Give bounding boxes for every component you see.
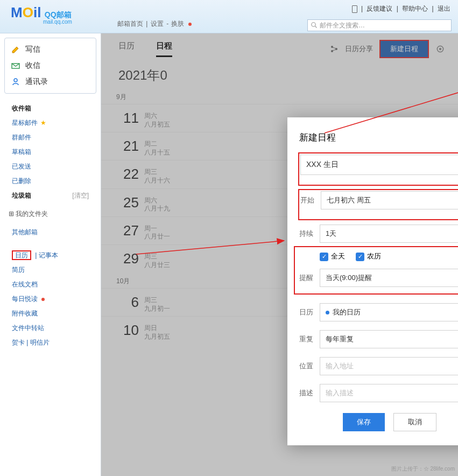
start-label: 开始 <box>300 195 321 205</box>
sidebar-calendar[interactable]: 日历 <box>12 250 31 260</box>
remind-select[interactable]: 当天(9:00)提醒▼ <box>320 269 458 287</box>
compose-button[interactable]: 写信 <box>5 41 96 58</box>
modal-title: 新建日程 <box>299 131 458 144</box>
repeat-label: 重复 <box>299 334 320 344</box>
sidebar-cards[interactable]: 贺卡 <box>12 339 25 346</box>
help-link[interactable]: 帮助中心 <box>402 5 428 12</box>
nav-skin[interactable]: 换肤 <box>171 20 184 27</box>
sidebar-calendar-row: 日历 | 记事本 <box>4 248 96 263</box>
logo-brand: QQ邮箱 <box>45 10 72 19</box>
search-icon <box>311 22 318 29</box>
contacts-button[interactable]: 通讯录 <box>5 74 96 90</box>
repeat-select[interactable]: 每年重复▼ <box>320 330 458 348</box>
sidebar-deleted[interactable]: 已删除 <box>4 174 96 188</box>
sidebar-resume[interactable]: 简历 <box>4 263 96 277</box>
receive-icon <box>11 61 20 70</box>
sidebar-group[interactable]: 群邮件 <box>4 130 96 145</box>
check-icon: ✓ <box>356 253 364 261</box>
search-input[interactable]: 邮件全文搜索… <box>307 19 452 31</box>
sidebar: 写信 收信 通讯录 收件箱 星标邮件 ★ 群邮件 草稿箱 已发送 已删除 垃圾箱… <box>0 33 101 476</box>
logout-link[interactable]: 退出 <box>438 5 450 12</box>
save-button[interactable]: 保存 <box>343 413 385 431</box>
search-placeholder: 邮件全文搜索… <box>320 21 365 30</box>
check-icon: ✓ <box>320 253 328 261</box>
feedback-link[interactable]: 反馈建议 <box>367 5 392 12</box>
logo-mail: MOil <box>11 4 41 20</box>
sidebar-sent[interactable]: 已发送 <box>4 159 96 174</box>
sidebar-othermail[interactable]: 其他邮箱 <box>4 225 96 240</box>
start-select[interactable]: 七月初六 周五▼ <box>321 191 458 209</box>
svg-point-3 <box>14 79 17 82</box>
desc-input[interactable]: 输入描述 <box>320 384 458 402</box>
logo-domain: mail.qq.com <box>43 19 72 25</box>
svg-point-0 <box>312 23 316 27</box>
clear-trash[interactable]: [清空] <box>72 191 89 200</box>
contacts-icon <box>11 78 20 86</box>
event-title-input[interactable]: XXX 生日 <box>300 155 458 175</box>
lunar-checkbox[interactable]: ✓农历 <box>356 251 381 261</box>
sidebar-notebook[interactable]: 记事本 <box>39 251 58 259</box>
sidebar-postcard[interactable]: 明信片 <box>30 339 50 346</box>
header: MOil QQ邮箱 mail.qq.com 邮箱首页 | 设置 - 换肤 | 反… <box>0 0 458 33</box>
calendar-dot-icon <box>326 311 329 314</box>
sidebar-drafts[interactable]: 草稿箱 <box>4 145 96 159</box>
remind-label: 提醒 <box>299 273 320 283</box>
cal-select[interactable]: 我的日历▼ <box>320 303 458 321</box>
star-icon: ★ <box>40 119 46 127</box>
top-right: | 反馈建议 | 帮助中心 | 退出 <box>351 4 452 13</box>
logo[interactable]: MOil QQ邮箱 mail.qq.com <box>11 4 72 25</box>
allday-checkbox[interactable]: ✓全天 <box>320 251 345 261</box>
duration-select[interactable]: 1天▼ <box>320 225 458 243</box>
sidebar-cards-row: 贺卡 | 明信片 <box>4 335 96 350</box>
skin-dot-icon <box>188 23 192 26</box>
receive-button[interactable]: 收信 <box>5 58 96 74</box>
top-nav: 邮箱首页 | 设置 - 换肤 <box>117 19 193 29</box>
sidebar-docs[interactable]: 在线文档 <box>4 277 96 292</box>
location-input[interactable]: 输入地址 <box>320 357 458 375</box>
dot-icon <box>41 298 45 301</box>
content: 日历 日程 日历分享 新建日程 2021年0 主题, 共享成员 9月 11周六八… <box>101 33 458 476</box>
compose-icon <box>11 45 20 54</box>
duration-label: 持续 <box>299 229 320 239</box>
sidebar-starred[interactable]: 星标邮件 ★ <box>4 116 96 130</box>
nav-settings[interactable]: 设置 <box>151 20 164 27</box>
watermark: 图片上传于：☆ 28life.com <box>391 465 455 473</box>
svg-line-1 <box>315 26 317 28</box>
location-label: 位置 <box>299 361 320 371</box>
cancel-button[interactable]: 取消 <box>393 413 436 431</box>
sidebar-inbox[interactable]: 收件箱 <box>4 101 96 116</box>
sidebar-daily[interactable]: 每日悦读 <box>4 292 96 306</box>
mobile-icon[interactable] <box>352 5 357 13</box>
sidebar-attachments[interactable]: 附件收藏 <box>4 306 96 321</box>
sidebar-myfolders[interactable]: ⊞ 我的文件夹 <box>4 206 96 222</box>
cal-label: 日历 <box>299 307 320 317</box>
desc-label: 描述 <box>299 388 320 398</box>
nav-home[interactable]: 邮箱首页 <box>117 20 143 27</box>
new-event-modal: 新建日程 XXX 生日 开始 七月初六 周五▼ 持续 1天▼ ✓全天 ✓农历 <box>287 117 458 445</box>
sidebar-transfer[interactable]: 文件中转站 <box>4 321 96 335</box>
sidebar-trash[interactable]: 垃圾箱[清空] <box>4 188 96 203</box>
